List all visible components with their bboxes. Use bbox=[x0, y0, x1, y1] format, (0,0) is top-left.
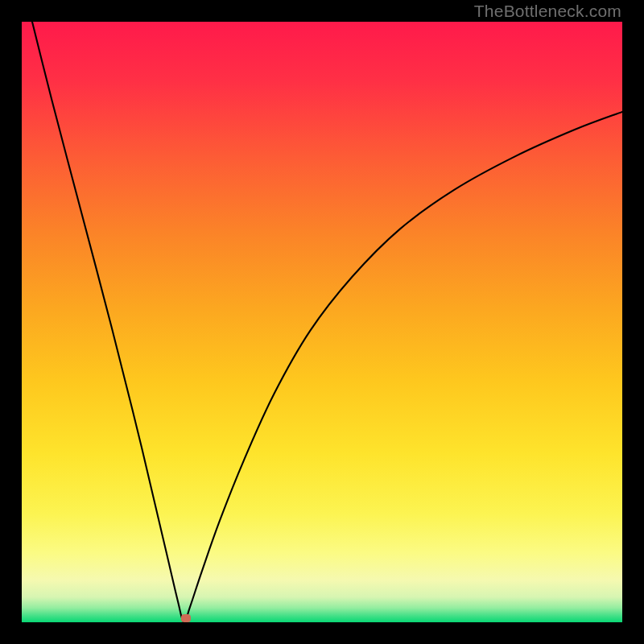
plot-area bbox=[22, 22, 622, 622]
watermark-text: TheBottleneck.com bbox=[474, 2, 621, 21]
optimal-point-marker bbox=[181, 614, 191, 622]
curve-layer bbox=[22, 22, 622, 622]
bottleneck-curve bbox=[22, 22, 622, 622]
chart-frame: TheBottleneck.com bbox=[0, 0, 644, 644]
